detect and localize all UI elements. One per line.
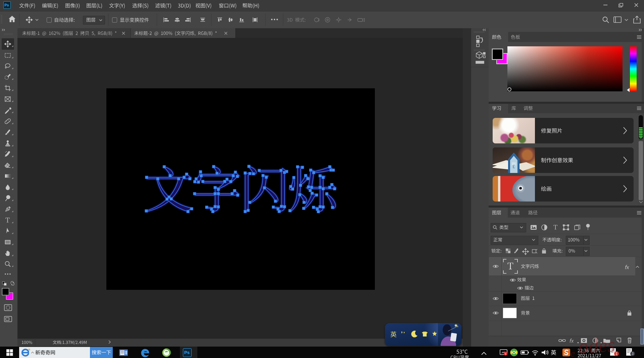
svg-text:1: 1 xyxy=(505,352,506,355)
svg-text:odes: odes xyxy=(578,333,615,358)
svg-text:Ps: Ps xyxy=(184,350,190,355)
svg-text:e: e xyxy=(571,348,575,358)
